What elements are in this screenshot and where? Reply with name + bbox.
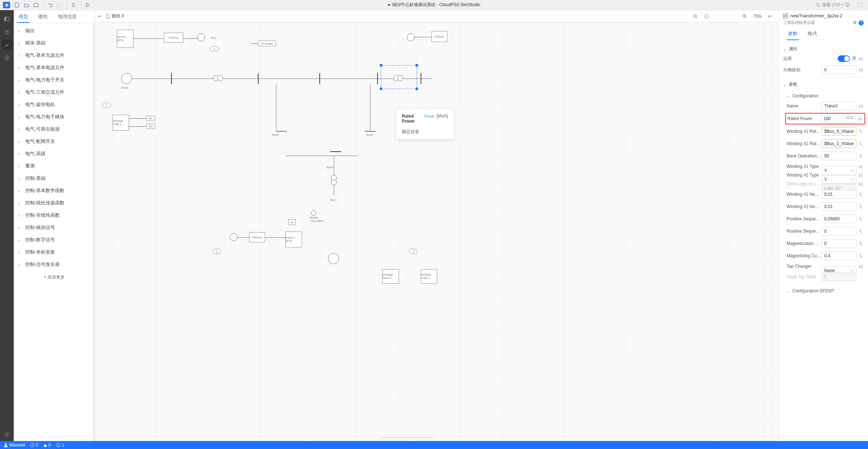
config-input[interactable]: [822, 102, 856, 110]
sidebar-tab[interactable]: 图纸: [33, 10, 53, 23]
config-input[interactable]: [822, 127, 856, 136]
undo-icon[interactable]: [46, 1, 54, 9]
global-search[interactable]: 搜索 (Ctrl + Q): [816, 2, 850, 8]
section-attributes[interactable]: ⌄属性: [783, 45, 864, 54]
binding-indicator[interactable]: (x): [858, 173, 864, 177]
tree-node[interactable]: ›控制-坐标变换: [14, 246, 95, 258]
config-input[interactable]: [822, 215, 856, 223]
node-circle[interactable]: [197, 33, 205, 41]
tree-node[interactable]: ›电气-可再生能源: [14, 123, 95, 135]
block-nc[interactable]: NC: [146, 116, 155, 121]
tree-node[interactable]: ›模块-基础: [14, 37, 95, 49]
tree-node[interactable]: ›电气-三相交流元件: [14, 86, 95, 98]
tree-node[interactable]: ›控制-线性传递函数: [14, 197, 95, 209]
fx-icon[interactable]: fx: [858, 192, 864, 197]
xfmr-coil[interactable]: [217, 75, 223, 81]
binding-indicator[interactable]: (x): [857, 117, 863, 121]
tree-node[interactable]: ›电气-配网开关: [14, 135, 95, 148]
status-user[interactable]: Maxwell: [4, 442, 25, 448]
rail-panel-icon[interactable]: [2, 14, 12, 24]
tree-node[interactable]: ›控制-信号发生器: [14, 258, 95, 271]
binding-indicator[interactable]: (x): [858, 264, 864, 268]
pill-1[interactable]: 1: [409, 249, 418, 254]
generator-gen2[interactable]: [121, 73, 132, 84]
pill-1[interactable]: 1: [210, 46, 219, 51]
fx-icon[interactable]: fx: [858, 153, 864, 158]
section-params[interactable]: ⌄参数: [783, 80, 864, 89]
tree-node[interactable]: ›量测: [14, 160, 95, 172]
zoom-in-icon[interactable]: [742, 14, 747, 19]
sheet-tab[interactable]: 图纸 0: [105, 13, 124, 19]
rpanel-tab[interactable]: 格式: [803, 27, 822, 40]
component-tree[interactable]: ›输出›模块-基础›电气-基本无源元件›电气-基本电源元件›电气-电力电子开关›…: [14, 23, 95, 441]
block-pss1a-top[interactable]: PSS1A: [164, 33, 183, 43]
fx-icon[interactable]: fx: [858, 241, 864, 246]
tree-node[interactable]: ›控制-非线性函数: [14, 209, 95, 221]
tree-node[interactable]: ›电气-电力电子开关: [14, 74, 95, 86]
status-warnings[interactable]: 0: [43, 442, 51, 448]
tree-node[interactable]: ›控制-模拟信号: [14, 221, 95, 234]
tree-node[interactable]: ›控制-基本数学函数: [14, 185, 95, 197]
status-info[interactable]: i1: [56, 442, 64, 448]
sidebar-tab[interactable]: 地理信息: [53, 10, 82, 23]
fx-icon[interactable]: fx: [858, 216, 864, 221]
rail-settings-icon[interactable]: [2, 429, 12, 440]
block-nc[interactable]: NC: [146, 124, 155, 129]
config-input[interactable]: [822, 202, 856, 211]
tree-node[interactable]: ›电气-基本电源元件: [14, 62, 95, 74]
back-icon[interactable]: ↩: [98, 14, 102, 19]
block-exst1-bottom[interactable]: EXST1 (PTI): [285, 232, 302, 247]
binding-indicator[interactable]: (x): [858, 165, 864, 169]
save-icon[interactable]: [32, 1, 40, 9]
block-pss1a-right[interactable]: PSS1A: [431, 31, 447, 42]
fullscreen-icon[interactable]: [856, 1, 864, 9]
binding-indicator[interactable]: (x): [858, 182, 864, 186]
block-steamtur[interactable]: STEAM TUR-1: [421, 269, 437, 284]
redo-icon[interactable]: [55, 1, 63, 9]
break-loop-node[interactable]: [311, 211, 316, 216]
fx-icon[interactable]: fx: [858, 253, 864, 258]
config-input[interactable]: [822, 139, 856, 148]
block-steamgov[interactable]: STEAM GOV-1: [382, 269, 399, 284]
xfmr-coil[interactable]: [331, 179, 337, 185]
rail-play-icon[interactable]: [2, 53, 12, 63]
status-errors[interactable]: !0: [30, 442, 38, 448]
config-input[interactable]: [822, 152, 856, 160]
block-toscope[interactable]: To Scope: [258, 41, 276, 46]
rail-plug-icon[interactable]: [2, 27, 12, 37]
link-icon[interactable]: ⧉: [854, 20, 856, 25]
schematic-canvas[interactable]: EXST1 (PTI) PSS1A #w1 To Scope Gen2: [95, 22, 778, 441]
outline-level-input[interactable]: [822, 65, 856, 74]
binding-indicator[interactable]: (x): [858, 104, 864, 108]
section-configuration-sfemt[interactable]: ⌄Configuration-SFEMT: [787, 287, 864, 295]
binding-indicator[interactable]: (x): [858, 68, 864, 72]
tree-node[interactable]: ›电气-基本无源元件: [14, 49, 95, 62]
open-file-icon[interactable]: [22, 1, 30, 9]
xfmr-selected-coil[interactable]: [397, 75, 403, 81]
config-input[interactable]: [822, 190, 856, 199]
list-icon[interactable]: [69, 1, 77, 9]
zoom-reset-icon[interactable]: [767, 14, 773, 19]
tree-node[interactable]: ›电气-旋转电机: [14, 98, 95, 111]
run-icon[interactable]: [84, 1, 92, 9]
config-input[interactable]: [822, 239, 856, 248]
new-file-icon[interactable]: [13, 1, 21, 9]
block-k1[interactable]: k1: [288, 219, 295, 225]
block-steamtur-left[interactable]: STEAM TUR-1: [112, 115, 129, 131]
config-input[interactable]: [822, 227, 856, 236]
block-exst1-top[interactable]: EXST1 (PTI): [117, 30, 133, 48]
pill-1[interactable]: 1: [102, 103, 111, 108]
config-input[interactable]: [822, 175, 856, 184]
sidebar-tab[interactable]: 模型: [14, 10, 33, 23]
enable-toggle[interactable]: [838, 55, 850, 62]
zoom-level[interactable]: 75%: [753, 14, 762, 19]
add-more[interactable]: 添加更多: [14, 271, 95, 284]
block-pss1a-bottom[interactable]: PSS1A: [249, 232, 265, 242]
tree-node[interactable]: ›输出: [14, 25, 95, 37]
zoom-out-icon[interactable]: [693, 14, 698, 19]
rail-tools-icon[interactable]: [2, 40, 12, 50]
tree-node[interactable]: ›电气-电力电子模块: [14, 111, 95, 123]
fx-icon[interactable]: fx: [858, 204, 864, 209]
node-circle[interactable]: [407, 33, 415, 41]
fx-icon[interactable]: fx: [858, 229, 864, 234]
